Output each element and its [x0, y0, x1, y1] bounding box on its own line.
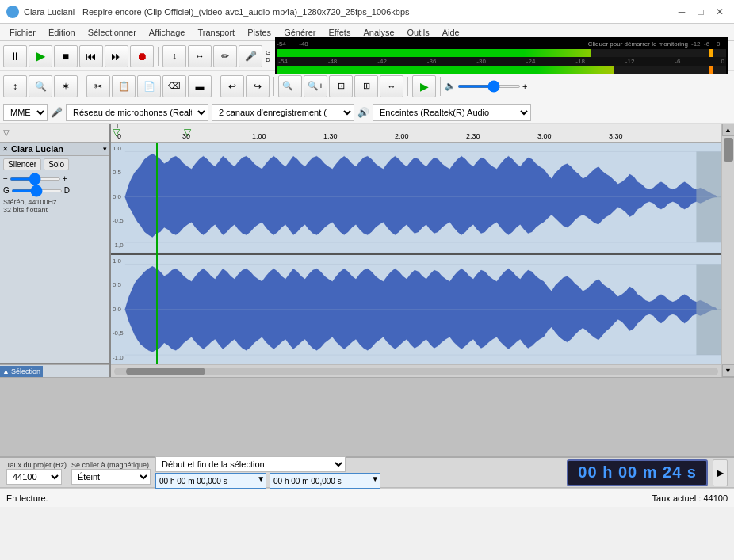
play-button[interactable]: ▶ [29, 45, 52, 67]
range-select[interactable]: Début et fin de la sélection [155, 456, 346, 472]
track1-chevron-icon: ▾ [103, 145, 107, 153]
zoom-fit[interactable]: ⊞ [354, 75, 378, 97]
zoom-tool[interactable]: 🔍 [29, 75, 52, 97]
zoom-sel[interactable]: ⊡ [329, 75, 353, 97]
time1-down-icon[interactable]: ▼ [257, 474, 265, 483]
cursor-tool[interactable]: ↕ [162, 45, 186, 67]
time2-down-icon[interactable]: ▼ [371, 474, 379, 483]
close-button[interactable]: ✕ [712, 4, 728, 20]
time-arrow-button[interactable]: ▶ [713, 459, 728, 486]
svg-text:1,0: 1,0 [113, 257, 122, 264]
h-scrollbar[interactable] [111, 364, 721, 377]
selection-tool[interactable]: ↕ [3, 75, 27, 97]
mic-select[interactable]: Réseau de microphones (Realtek( [66, 104, 208, 121]
silence-tool[interactable]: ▬ [188, 75, 212, 97]
track1-gain-slider[interactable] [10, 177, 61, 181]
record-button[interactable]: ⏺ [130, 45, 154, 67]
separator-1 [158, 47, 159, 66]
time-display: 00 h 00 m 24 s [567, 459, 708, 486]
vu-click-label[interactable]: Cliquer pour démarrer le monitoring [588, 40, 688, 48]
time2-input[interactable] [270, 473, 380, 489]
v-scrollbar[interactable]: ▲ ▼ [721, 124, 734, 377]
redo-btn[interactable]: ↪ [246, 75, 270, 97]
envelope-tool[interactable]: ↔ [188, 45, 212, 67]
track1-mute-button[interactable]: Silencer [3, 158, 41, 170]
track1-header: ✕ Clara Lucian ▾ [0, 143, 109, 156]
selection-button[interactable]: ▲ Sélection [0, 366, 43, 377]
play-toolbar[interactable]: ▶ [412, 75, 436, 97]
menu-affichage[interactable]: Affichage [143, 26, 192, 39]
menu-edition[interactable]: Édition [42, 26, 82, 39]
undo-btn[interactable]: ↩ [220, 75, 244, 97]
waveforms-container: 1,0 0,5 0,0 -0,5 -1,0 [111, 143, 721, 364]
ruler-tick-100: 1:00 [252, 132, 266, 140]
sample-rate-text: Taux actuel : 44100 [652, 493, 728, 503]
bottom-row1: Taux du projet (Hz) 44100 Se coller à (m… [0, 458, 734, 488]
track1-waveform[interactable]: 1,0 0,5 0,0 -0,5 -1,0 [111, 143, 721, 255]
range-section: Début et fin de la sélection ▼ ▼ [155, 456, 562, 489]
start-marker-icon[interactable]: ▽ [113, 127, 120, 138]
rate-section: Taux du projet (Hz) 44100 [6, 461, 67, 485]
next-button[interactable]: ⏭ [105, 45, 128, 67]
vu-db-label-d: D [266, 56, 270, 63]
time1-input[interactable] [155, 473, 266, 489]
cut-tool[interactable]: ✂ [86, 75, 110, 97]
mic-tool[interactable]: 🎤 [239, 45, 262, 67]
waveform-area: 0 ▽ ▽ 30 1:00 1:30 2:00 2:30 3:00 3:30 [111, 124, 721, 377]
plus-icon: + [522, 82, 527, 91]
svg-text:0,5: 0,5 [113, 169, 121, 176]
zoom-reset[interactable]: ↔ [380, 75, 403, 97]
prev-button[interactable]: ⏮ [79, 45, 103, 67]
api-select[interactable]: MME [3, 104, 48, 121]
svg-text:0,0: 0,0 [113, 193, 122, 200]
app-icon [6, 6, 19, 18]
menu-fichier[interactable]: Fichier [3, 26, 42, 39]
snap-select[interactable]: Éteint [71, 469, 151, 485]
status-bar: En lecture. Taux actuel : 44100 [0, 488, 734, 507]
pan-left-label: G [3, 186, 10, 195]
v-scroll-thumb[interactable] [724, 138, 733, 162]
gray-area [0, 377, 734, 456]
zoom-in[interactable]: 🔍+ [304, 75, 327, 97]
maximize-button[interactable]: □ [693, 4, 709, 20]
window-title: Clara Luciani - Respire encore (Clip Off… [24, 7, 410, 17]
bottom-section: Taux du projet (Hz) 44100 Se coller à (m… [0, 456, 734, 488]
selection-area: ▲ Sélection [0, 364, 109, 377]
track1-pan-slider[interactable] [11, 189, 63, 192]
stop-button[interactable]: ■ [54, 45, 78, 67]
ruler-tick-300: 3:00 [537, 132, 552, 140]
time1-container: ▼ [155, 473, 266, 489]
draw-tool[interactable]: ✏ [213, 45, 237, 67]
track1-close-icon[interactable]: ✕ [2, 145, 9, 153]
channels-select[interactable]: 2 canaux d'enregistrement ( [212, 104, 354, 121]
paste-tool[interactable]: 📄 [137, 75, 161, 97]
multitool[interactable]: ✶ [54, 75, 78, 97]
menu-selectionner[interactable]: Sélectionner [82, 26, 143, 39]
menu-pistes[interactable]: Pistes [241, 26, 277, 39]
minimize-button[interactable]: ─ [674, 4, 690, 20]
scroll-up-button[interactable]: ▲ [722, 124, 735, 136]
trim-tool[interactable]: ⌫ [162, 75, 186, 97]
volume-slider[interactable] [457, 85, 521, 88]
svg-rect-9 [696, 151, 721, 242]
rate-select[interactable]: 44100 [6, 469, 62, 485]
scroll-down-button[interactable]: ▼ [722, 364, 735, 377]
h-scroll-track[interactable] [114, 368, 718, 375]
ruler-tick-130: 1:30 [323, 132, 338, 140]
separator-5 [407, 77, 408, 96]
speaker-select[interactable]: Enceintes (Realtek(R) Audio [373, 104, 531, 121]
status-text: En lecture. [6, 493, 48, 503]
menu-transport[interactable]: Transport [191, 26, 241, 39]
separator-2 [82, 77, 82, 96]
copy-tool[interactable]: 📋 [112, 75, 136, 97]
rate-label: Taux du projet (Hz) [6, 461, 67, 469]
device-row: MME 🎤 Réseau de microphones (Realtek( 2 … [0, 101, 734, 124]
zoom-out[interactable]: 🔍− [278, 75, 302, 97]
ruler-inner: 0 ▽ ▽ 30 1:00 1:30 2:00 2:30 3:00 3:30 [111, 124, 721, 142]
pause-button[interactable]: ⏸ [3, 45, 27, 67]
track1-solo-button[interactable]: Solo [44, 158, 69, 170]
gain-plus-icon: + [63, 174, 67, 183]
svg-rect-19 [696, 264, 721, 355]
h-scroll-thumb[interactable] [126, 368, 205, 375]
track2-waveform[interactable]: 1,0 0,5 0,0 -0,5 -1,0 [111, 255, 721, 365]
